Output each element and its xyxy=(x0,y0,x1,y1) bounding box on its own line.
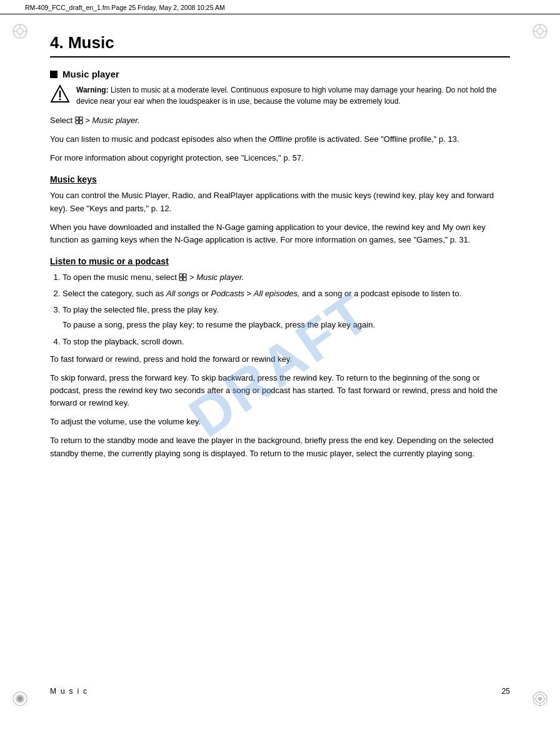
section-heading-label: Music player xyxy=(62,69,119,79)
music-player-para-1: Select > Music player. xyxy=(50,114,510,127)
svg-rect-28 xyxy=(79,121,82,124)
svg-point-17 xyxy=(538,697,542,701)
section-bullet xyxy=(50,71,58,78)
subheading-music-keys: Music keys xyxy=(50,174,510,184)
menu-icon-2 xyxy=(179,273,187,281)
footer-page-number: 25 xyxy=(502,687,510,696)
warning-body: Listen to music at a moderate level. Con… xyxy=(76,86,497,106)
svg-rect-30 xyxy=(183,274,186,277)
extra-para-3: To adjust the volume, use the volume key… xyxy=(50,416,510,428)
svg-rect-26 xyxy=(79,117,82,120)
step-1: To open the music menu, select > Music p… xyxy=(62,271,510,284)
section-heading-music-player: Music player xyxy=(50,69,510,79)
music-keys-para-1: You can control the Music Player, Radio,… xyxy=(50,189,510,214)
step-3-sub: To pause a song, press the play key; to … xyxy=(62,319,510,331)
subheading-listen-music: Listen to music or a podcast xyxy=(50,256,510,266)
chapter-number: 4. xyxy=(50,33,64,52)
warning-box: Warning: Listen to music at a moderate l… xyxy=(50,84,510,107)
corner-decoration-tl xyxy=(11,22,29,40)
listen-steps-list: To open the music menu, select > Music p… xyxy=(62,271,510,348)
menu-icon-1 xyxy=(75,116,83,124)
svg-point-1 xyxy=(17,28,23,34)
warning-text: Warning: Listen to music at a moderate l… xyxy=(76,84,510,107)
chapter-title: Music xyxy=(68,33,114,52)
svg-point-7 xyxy=(537,28,543,34)
page-content: 4. Music Music player Warning: Listen to… xyxy=(0,14,560,504)
extra-para-1: To fast forward or rewind, press and hol… xyxy=(50,353,510,366)
svg-rect-25 xyxy=(76,117,79,120)
step-4: To stop the playback, scroll down. xyxy=(62,336,510,348)
header-text: RM-409_FCC_draft_en_1.fm Page 25 Friday,… xyxy=(25,4,225,11)
step-2: Select the category, such as All songs o… xyxy=(62,288,510,300)
chapter-heading: 4. Music xyxy=(50,33,510,58)
music-player-para-3: For more information about copyright pro… xyxy=(50,152,510,164)
page: RM-409_FCC_draft_en_1.fm Page 25 Friday,… xyxy=(0,0,560,730)
page-footer: M u s i c 25 xyxy=(0,687,560,696)
svg-rect-31 xyxy=(179,278,182,281)
svg-rect-32 xyxy=(183,278,186,281)
music-keys-para-2: When you have downloaded and installed t… xyxy=(50,221,510,246)
extra-para-4: To return to the standby mode and leave … xyxy=(50,434,510,459)
warning-label: Warning: xyxy=(76,86,109,94)
warning-icon xyxy=(50,84,70,104)
music-player-para-2: You can listen to music and podcast epis… xyxy=(50,133,510,146)
page-header: RM-409_FCC_draft_en_1.fm Page 25 Friday,… xyxy=(0,0,560,14)
svg-point-24 xyxy=(59,99,61,101)
svg-rect-29 xyxy=(179,274,182,277)
corner-decoration-tr xyxy=(531,22,549,40)
svg-point-14 xyxy=(18,696,22,701)
footer-section-label: M u s i c xyxy=(50,687,88,696)
svg-rect-27 xyxy=(76,121,79,124)
extra-para-2: To skip forward, press the forward key. … xyxy=(50,372,510,409)
step-3: To play the selected file, press the pla… xyxy=(62,304,510,331)
